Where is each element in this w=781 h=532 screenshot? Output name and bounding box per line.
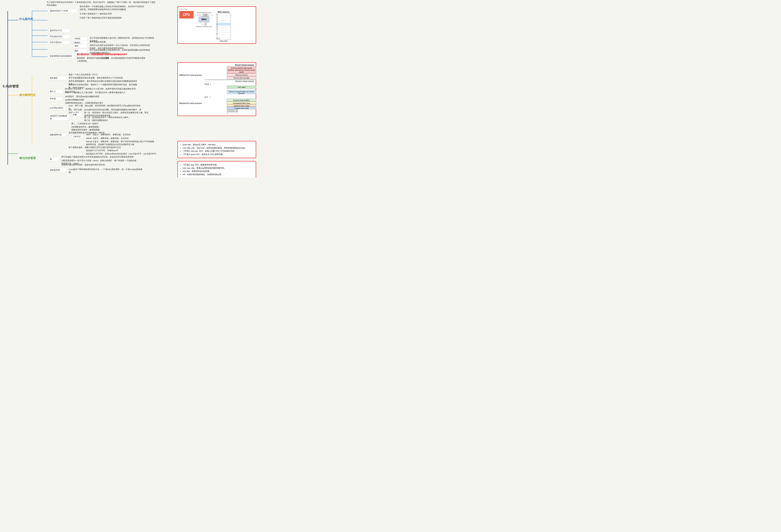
stdcall-desc: stdcall 出处方：函数本身；参数传递：从右到左 xyxy=(86,137,156,140)
node-heap-section: 堆区 xyxy=(73,44,88,48)
va-value: 4100 xyxy=(202,14,208,16)
node-code-section: 代码区 xyxy=(73,37,88,41)
mem-addr-3: 3: xyxy=(216,21,231,23)
mem-addr-m: M-1: xyxy=(216,37,231,40)
section-heap-memory: 堆与内存管理 xyxy=(19,157,36,160)
seg-data: Initialized data (.data) xyxy=(227,104,256,107)
addr2: 0x00400000 (64) xyxy=(227,111,254,113)
diff-for-each-label: Different for each process xyxy=(179,74,203,76)
seg-physical-memory: Physical memory xyxy=(227,73,256,76)
stack-size-2: Linux下，栈的默认大小是10MB，可以通过ulimit -s查看并修改栈大小 xyxy=(65,91,138,94)
seg-text: Program text (.text) xyxy=(227,107,256,109)
seg-user-stack: User stack xyxy=(227,86,256,89)
callee-open: x86函数体的开头（被调用函数） xyxy=(71,126,141,128)
node-process-heap: 进程堆管理 xyxy=(48,168,67,172)
kernel-virtual-label: Kernel virtual memory xyxy=(205,64,254,66)
mem-addr-6: 6: xyxy=(216,28,231,30)
section-what-is-memory: 什么是内存 xyxy=(19,17,33,21)
reg-2: esp指向堆栈帧的顶部 xyxy=(65,98,101,101)
data-desc: 用于存储全局变量... xyxy=(90,41,126,44)
vm-use-3: 它保护了每个进程的地址空间不被其他进程破坏 xyxy=(80,16,146,19)
cpu-mmu-diagram: CPU Chip CPU Virtual address (VA) 4100 xyxy=(177,6,256,44)
return-note-3: pop ebp：恢复保存的ebp的值。 xyxy=(182,170,254,173)
cpu-box: CPU xyxy=(179,11,194,18)
node-registers: 寄存器 xyxy=(48,97,63,101)
callee-note-1: push ebp：把ebp压入栈中（old ebp）。 xyxy=(182,143,254,147)
callee-note-4: 【可选】push XXX：保存名为 XXX 的寄存器。 xyxy=(182,153,254,156)
mem-addr-4: 4: xyxy=(216,23,231,26)
return-note-4: ret：从栈中取得返回地址，并跳转到该位置。 xyxy=(182,173,254,176)
call-note: 第二、三步由指令call一起执行 xyxy=(71,122,141,125)
return-8b: 返回值在5-8字节时，采用eax和edx结合的形式（eax为低4字节，edx为高… xyxy=(86,153,159,155)
node-stack-section: 栈区 xyxy=(73,49,88,53)
data-word-label: Data word xyxy=(216,40,231,42)
fixed-neumann-note: 最主要的区别：冯诺依曼模型中的程序必须存储在内存中 xyxy=(77,53,150,56)
node-virtual-memory-three-uses: 虚拟内存的三个作用 xyxy=(48,9,78,13)
notes-return: 【可选】pop XXX：恢复保存的寄存器。 mov esp, ebp：恢复esp… xyxy=(177,161,256,177)
brk-label: brk xyxy=(205,96,208,98)
pa-value: 4 xyxy=(204,23,207,26)
vm-layout-diagram: Different for each process Identical for… xyxy=(177,62,256,116)
cdecl-desc: cdecl 出处方：函数调用方；参数传递：从右到左 xyxy=(86,133,156,136)
fastcall-desc: fastcall 出处方：函数本身；参数传递：两个DWORD类型或占更少字节的参… xyxy=(86,140,156,146)
node-calling-conv: 函数调用约定 xyxy=(48,133,67,137)
node-push-pop: push和pop指令 xyxy=(48,106,67,110)
node-32bit-address: 32位地址空间 xyxy=(48,34,71,39)
callee-return: 函数返回时的操作（被调用函数） xyxy=(71,128,141,131)
section-stack-calling: 栈与调用约定 xyxy=(19,93,36,97)
mem-addr-8: 8: xyxy=(216,33,231,35)
node-steps: 步骤 xyxy=(71,113,82,117)
addr1: 0x08048000 (32) xyxy=(227,109,254,111)
seg-bss: Uninitialized data (.bss) xyxy=(227,101,256,104)
addr0: 0 xyxy=(227,113,254,114)
node-basic-concepts: 基本概念 xyxy=(48,76,67,80)
process-virtual-label: Process virtual memory xyxy=(205,80,254,82)
basic-concept-1: 栈是一个先入后出的容器（FILO） xyxy=(69,73,138,76)
main-title: 5 内存管理 xyxy=(3,84,19,89)
mem-addr-7: 7: xyxy=(216,30,231,33)
node-virtual-addressing: 虚拟寻址方式 xyxy=(48,28,71,33)
vm-use-1: 将内存看作一个存储在磁盘上的地址空间的高速缓存，在内存中只保存活动区域，并根据需… xyxy=(80,5,146,11)
seg-heap: Runtime heap (malloc) xyxy=(227,99,256,101)
esp-label: %esp xyxy=(205,83,209,85)
notes-callee: push ebp：把ebp压入栈中（old ebp）。 mov ebp, esp… xyxy=(177,141,256,158)
callee-note-3: 【可选】sub esp, XXX：在栈上分配 XXX 字节的临时空间。 xyxy=(182,150,254,153)
seg-mmap: Memory mapped region for shared librarie… xyxy=(227,90,256,94)
main-memory-label: Main memory xyxy=(216,11,231,13)
heap-main-desc: 用于存放除了栈里的东西之外所有其他西的内存区域，有动态内存分配器负责维护。 xyxy=(61,156,138,159)
mem-addr-1: 1: xyxy=(216,16,231,18)
node-fixed-vs-neumann: 固定模型和冯诺依曼模型 xyxy=(48,54,75,58)
fixed-neumann-desc: 固定模型：要求程序与数据完全隔离，但冯诺依曼模型中的程序和数据在逻辑上是相同的。 xyxy=(77,57,147,63)
mind-map-container: 为了使用户程序在运行时具有一个私有的地址空间，有自己的CPU，就像独占了整个计算… xyxy=(0,0,260,177)
return-note-2: mov esp, ebp：恢复esp同时回收局部变量空间。 xyxy=(182,167,254,170)
step3: 第三步：跳转到函数体执行 xyxy=(84,119,150,122)
seg-kernel-code: Kernel code and data xyxy=(227,76,256,79)
node-memory-sections: 内存大致划分 xyxy=(48,40,71,44)
vm-use-2: 它为每个进程提供了一致的地址空间 xyxy=(80,12,146,15)
mmu-box: MMU xyxy=(199,16,209,22)
node-stack-size: 栈大小 xyxy=(48,89,63,93)
process-heap-desc: Linux提供了两种增加堆空间的方式，一个是brk()系统调用，另一个是mmap… xyxy=(69,168,146,174)
return-4b: 返回值不大于4字节时，存储在eax中 xyxy=(86,149,156,152)
seg-kernel-structs: Process-specific data structs (ptables, … xyxy=(227,67,256,73)
node-heap: 堆 xyxy=(48,157,59,161)
ident-for-each-label: Identical for each process xyxy=(179,102,203,104)
node-three-types: 三种方式 xyxy=(71,134,84,139)
step2: 第二步：把当前指令的下一条指令的地址压入栈中。 xyxy=(84,116,150,119)
mem-addr-dots: ... xyxy=(216,35,231,37)
reg-1: x86系统中，寄存器ebp指向栈帧的底部 xyxy=(65,95,134,98)
va-label: Virtual address (VA) xyxy=(197,12,211,13)
node-x86-call: x86体系下的函数调用 xyxy=(48,114,70,121)
cpu-chip-label: CPU Chip xyxy=(179,8,254,10)
basic-concept-2: 用于存放函数返回地址及参数、临时变量和有关上下文的内容 xyxy=(69,77,138,79)
pa-label: Physical address (PA) xyxy=(196,26,212,28)
malloc-free-desc: 当使用malloc()和free()时，就是在操作堆中的内存。 xyxy=(61,163,138,166)
mem-addr-5: 5: xyxy=(216,26,231,28)
mem-addr-2: 2: xyxy=(216,18,231,21)
return-note-1: 【可选】pop XXX：恢复保存的寄存器。 xyxy=(182,163,254,167)
callee-note-2: mov ebp, esp：ebp=esp（这时ebp指向栈顶，而此时栈顶就是ol… xyxy=(182,147,254,150)
reg-3: 压栈时栈顶地址减小，出栈时栈顶地址增大 xyxy=(65,101,120,105)
return-note: 除了参数传递外，函数与调用方还可以通过返回值进行交互 xyxy=(69,146,138,149)
mem-addr-0: 0: xyxy=(216,13,231,16)
